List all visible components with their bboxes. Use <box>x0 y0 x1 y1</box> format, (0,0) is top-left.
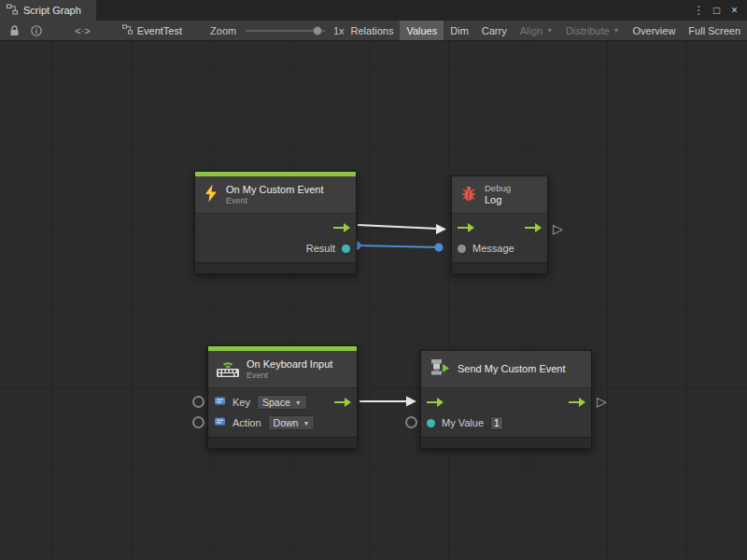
node-footer <box>195 262 356 273</box>
my-value-input-field[interactable]: 1 <box>490 416 503 430</box>
message-port-label: Message <box>472 243 514 254</box>
flow-output-port[interactable] <box>569 398 585 407</box>
enum-type-icon <box>214 394 226 411</box>
overview-button[interactable]: Overview <box>627 21 683 40</box>
graph-pointer-icon[interactable]: ▷ <box>597 394 607 409</box>
key-port-label: Key <box>233 397 250 408</box>
value-wire-result-to-message[interactable] <box>357 245 439 247</box>
node-header: On My Custom Event Event <box>195 176 356 214</box>
unconnected-port-action[interactable] <box>192 416 204 428</box>
distribute-button[interactable]: Distribute▼ <box>559 21 626 40</box>
wires-layer <box>0 41 747 560</box>
flow-wire-customevent-to-log[interactable] <box>358 225 438 229</box>
toolbar-buttons: Relations Values Dim Carry Align▼ Distri… <box>345 21 747 40</box>
tab-script-graph[interactable]: Script Graph <box>0 0 96 21</box>
graph-icon <box>122 24 133 36</box>
node-send-my-custom-event[interactable]: Send My Custom Event My Value 1 <box>420 350 592 449</box>
action-dropdown-value: Down <box>274 417 299 428</box>
menu-icon[interactable]: ⋮ <box>691 4 707 17</box>
result-value-output-port[interactable] <box>342 245 350 253</box>
chevron-down-icon: ▼ <box>546 27 553 34</box>
node-footer <box>208 437 357 448</box>
action-port-label: Action <box>233 417 261 428</box>
info-icon[interactable] <box>25 21 47 40</box>
node-body: Result <box>195 214 356 262</box>
window-controls: ⋮ □ × <box>691 4 747 17</box>
message-value-input-port[interactable] <box>458 245 466 253</box>
enum-type-icon <box>214 414 226 431</box>
node-header: Send My Custom Event <box>421 351 591 388</box>
lightning-icon <box>203 184 219 206</box>
relations-button[interactable]: Relations <box>345 21 401 40</box>
flow-wire-arrowhead <box>406 397 416 407</box>
flow-input-port[interactable] <box>458 223 474 232</box>
chevron-down-icon: ▼ <box>303 420 309 427</box>
node-category: Debug <box>485 183 511 193</box>
wire-endpoint-dot[interactable] <box>435 244 444 252</box>
graph-name: EventTest <box>137 25 182 36</box>
node-title: Send My Custom Event <box>458 363 566 375</box>
lock-icon[interactable] <box>4 21 25 40</box>
bug-icon <box>459 184 478 206</box>
values-button[interactable]: Values <box>400 21 444 40</box>
zoom-slider-handle[interactable] <box>313 26 322 35</box>
align-label: Align <box>520 25 543 36</box>
zoom-label: Zoom <box>210 25 236 36</box>
graph-pointer-icon[interactable]: ▷ <box>553 221 563 236</box>
node-body: My Value 1 <box>421 388 591 437</box>
key-dropdown[interactable]: Space▼ <box>257 395 307 410</box>
graph-reference[interactable]: EventTest <box>122 24 182 36</box>
my-value-port-label: My Value <box>442 417 484 428</box>
node-debug-log[interactable]: Debug Log Message <box>451 175 548 274</box>
key-dropdown-value: Space <box>262 397 290 408</box>
node-header: On Keyboard Input Event <box>208 351 357 388</box>
send-event-icon <box>429 357 451 382</box>
node-footer <box>452 262 547 273</box>
node-body: Key Space▼ Action Down▼ <box>208 388 357 437</box>
maximize-icon[interactable]: □ <box>709 4 725 17</box>
result-port-label: Result <box>306 243 335 254</box>
flow-wire-arrowhead <box>436 224 446 234</box>
code-view-icon[interactable]: <·> <box>69 21 96 40</box>
zoom-value: 1x <box>333 25 345 36</box>
align-button[interactable]: Align▼ <box>514 21 559 40</box>
fullscreen-button[interactable]: Full Screen <box>682 21 747 40</box>
graph-toolbar: <·> EventTest Zoom 1x Relations Values D… <box>0 21 747 41</box>
close-icon[interactable]: × <box>726 4 742 17</box>
node-header: Debug Log <box>452 176 547 214</box>
titlebar: Script Graph ⋮ □ × <box>0 0 747 21</box>
node-subtitle: Event <box>247 371 332 381</box>
flow-output-port[interactable] <box>334 398 351 407</box>
carry-button[interactable]: Carry <box>475 21 514 40</box>
flow-output-port[interactable] <box>525 223 542 232</box>
unconnected-port-key[interactable] <box>192 396 204 408</box>
my-value-input-port[interactable] <box>427 419 435 427</box>
flow-output-port[interactable] <box>333 223 350 232</box>
chevron-down-icon: ▼ <box>295 399 302 406</box>
dim-button[interactable]: Dim <box>444 21 475 40</box>
node-on-keyboard-input[interactable]: On Keyboard Input Event Key Space▼ Actio… <box>207 345 358 449</box>
keyboard-icon <box>216 357 240 382</box>
node-title: On Keyboard Input <box>247 358 332 371</box>
zoom-slider[interactable] <box>246 30 325 32</box>
script-graph-icon <box>7 4 18 17</box>
node-footer <box>421 437 591 448</box>
chevron-down-icon: ▼ <box>613 27 620 34</box>
graph-canvas[interactable]: On My Custom Event Event Result Debug Lo… <box>0 41 747 560</box>
node-on-my-custom-event[interactable]: On My Custom Event Event Result <box>194 171 357 274</box>
action-dropdown[interactable]: Down▼ <box>268 415 316 430</box>
flow-input-port[interactable] <box>427 398 444 407</box>
node-subtitle: Event <box>226 196 324 206</box>
unconnected-port-my-value[interactable] <box>405 416 417 428</box>
node-body: Message <box>452 214 547 262</box>
node-title: Log <box>485 194 511 206</box>
node-title: On My Custom Event <box>226 184 324 196</box>
tab-title: Script Graph <box>23 5 81 16</box>
distribute-label: Distribute <box>566 25 609 36</box>
